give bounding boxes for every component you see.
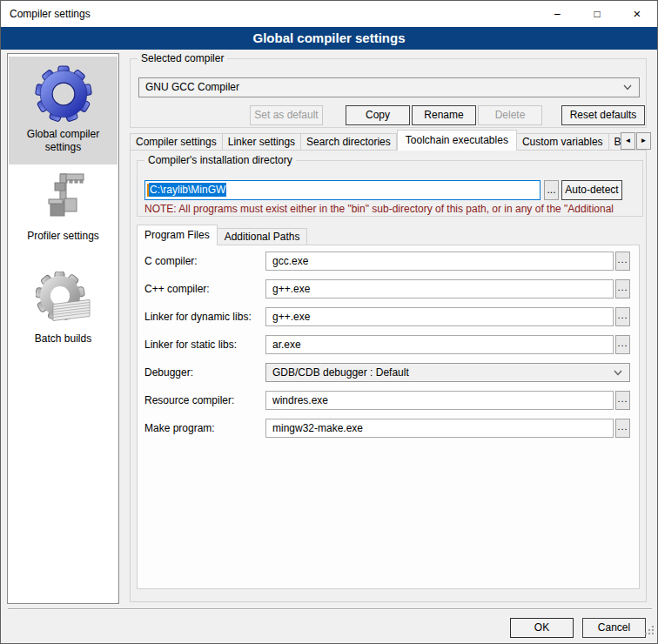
tab-custom-variables[interactable]: Custom variables xyxy=(517,133,609,151)
copy-button[interactable]: Copy xyxy=(346,105,410,125)
blue-gear-icon xyxy=(35,65,92,123)
minimize-button[interactable]: − xyxy=(537,1,577,27)
footer-divider-highlight xyxy=(8,609,652,610)
resource-compiler-label: Resource compiler: xyxy=(144,394,234,407)
sidebar-item-label: Profiler settings xyxy=(9,225,118,243)
chevron-down-icon xyxy=(623,84,632,91)
cpp-compiler-label: C++ compiler: xyxy=(144,283,210,296)
gray-gear-stack-icon xyxy=(36,272,91,327)
auto-detect-button[interactable]: Auto-detect xyxy=(561,180,622,200)
make-program-browse-button[interactable]: ... xyxy=(615,419,630,438)
tab-scroll-left-button[interactable]: ◄ xyxy=(621,132,635,150)
resource-compiler-browse-button[interactable]: ... xyxy=(615,391,630,410)
debugger-select[interactable]: GDB/CDB debugger : Default xyxy=(265,363,630,382)
tab-compiler-settings[interactable]: Compiler settings xyxy=(130,133,223,151)
note-text: NOTE: All programs must exist either in … xyxy=(144,203,637,215)
sidebar-item-batch-builds[interactable]: Batch builds xyxy=(9,270,118,366)
selected-compiler-group: Selected compiler GNU GCC Compiler Set a… xyxy=(130,58,647,128)
c-compiler-browse-button[interactable]: ... xyxy=(615,252,630,271)
sidebar-item-label: Batch builds xyxy=(9,327,118,345)
program-files-page: C compiler: ... C++ compiler: ... Linker… xyxy=(137,245,640,589)
linker-static-label: Linker for static libs: xyxy=(144,339,237,352)
tab-search-directories[interactable]: Search directories xyxy=(301,133,397,151)
sidebar-item-label: Global compiler settings xyxy=(9,123,118,154)
compiler-select-value: GNU GCC Compiler xyxy=(145,81,239,93)
c-compiler-input[interactable] xyxy=(265,252,614,271)
tab-toolchain-executables[interactable]: Toolchain executables xyxy=(397,130,517,151)
installation-directory-group-title: Compiler's installation directory xyxy=(144,154,296,167)
sidebar-item-profiler-settings[interactable]: Profiler settings xyxy=(9,165,118,263)
page-title: Global compiler settings xyxy=(1,27,657,50)
maximize-button[interactable]: □ xyxy=(577,1,617,27)
make-program-label: Make program: xyxy=(144,422,215,435)
linker-dynamic-browse-button[interactable]: ... xyxy=(615,307,630,326)
settings-tab-bar: Compiler settings Linker settings Search… xyxy=(130,130,622,151)
caliper-icon xyxy=(36,169,91,225)
title-bar[interactable]: Compiler settings − □ × xyxy=(1,1,657,27)
installation-directory-group: Compiler's installation directory C:\ray… xyxy=(137,160,643,217)
ok-button[interactable]: OK xyxy=(510,618,574,638)
make-program-input[interactable] xyxy=(265,419,614,438)
selected-compiler-group-title: Selected compiler xyxy=(138,52,227,65)
browse-directory-button[interactable]: ... xyxy=(544,180,559,200)
settings-category-list: Global compiler settings Profiler settin… xyxy=(7,53,119,604)
chevron-down-icon xyxy=(614,370,622,376)
set-as-default-button[interactable]: Set as default xyxy=(250,105,323,125)
tab-scroll-right-button[interactable]: ► xyxy=(636,132,651,150)
rename-button[interactable]: Rename xyxy=(412,105,476,125)
tab-program-files[interactable]: Program Files xyxy=(137,225,218,245)
cpp-compiler-input[interactable] xyxy=(265,279,614,299)
right-arrow-icon: ► xyxy=(641,137,648,144)
close-button[interactable]: × xyxy=(617,1,657,27)
c-compiler-label: C compiler: xyxy=(144,255,198,268)
debugger-label: Debugger: xyxy=(144,366,193,379)
installation-directory-input[interactable]: C:\raylib\MinGW xyxy=(144,180,540,200)
compiler-select[interactable]: GNU GCC Compiler xyxy=(138,77,640,97)
delete-button[interactable]: Delete xyxy=(478,105,542,125)
installation-directory-value: C:\raylib\MinGW xyxy=(149,183,226,197)
sidebar-item-global-compiler-settings[interactable]: Global compiler settings xyxy=(9,57,118,164)
linker-dynamic-label: Linker for dynamic libs: xyxy=(144,311,252,324)
cancel-button[interactable]: Cancel xyxy=(582,618,646,638)
left-arrow-icon: ◄ xyxy=(625,137,632,144)
linker-static-browse-button[interactable]: ... xyxy=(615,335,630,354)
resource-compiler-input[interactable] xyxy=(265,391,614,410)
debugger-select-value: GDB/CDB debugger : Default xyxy=(272,366,409,379)
linker-static-input[interactable] xyxy=(265,335,614,354)
resize-grip[interactable] xyxy=(645,633,647,634)
tab-additional-paths[interactable]: Additional Paths xyxy=(218,228,308,245)
compiler-settings-dialog: Compiler settings − □ × Global compiler … xyxy=(0,0,658,644)
linker-dynamic-input[interactable] xyxy=(265,307,614,326)
cpp-compiler-browse-button[interactable]: ... xyxy=(615,279,630,299)
reset-defaults-button[interactable]: Reset defaults xyxy=(561,105,645,125)
tab-linker-settings[interactable]: Linker settings xyxy=(223,133,301,151)
window-title: Compiler settings xyxy=(10,1,91,27)
program-files-tab-bar: Program Files Additional Paths xyxy=(137,225,307,245)
